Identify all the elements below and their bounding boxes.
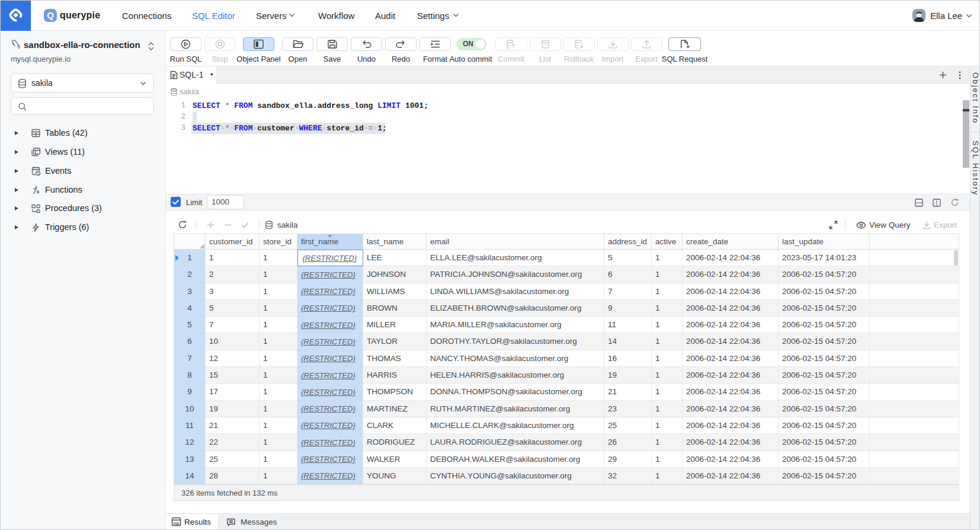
svg-text:SQL: SQL bbox=[173, 522, 180, 525]
